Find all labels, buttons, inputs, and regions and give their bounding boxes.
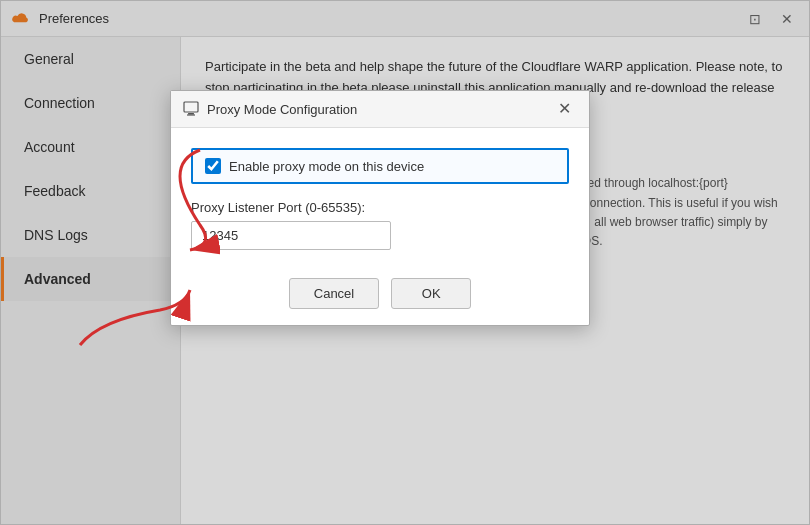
cancel-button[interactable]: Cancel	[289, 278, 379, 309]
svg-rect-0	[184, 102, 198, 112]
dialog-title-area: Proxy Mode Configuration	[183, 101, 357, 117]
dialog-body: Enable proxy mode on this device Proxy L…	[171, 128, 589, 266]
dialog-footer: Cancel OK	[171, 266, 589, 325]
svg-rect-1	[188, 113, 194, 115]
port-label: Proxy Listener Port (0-65535):	[191, 200, 569, 215]
enable-proxy-checkbox-row: Enable proxy mode on this device	[191, 148, 569, 184]
port-input[interactable]	[191, 221, 391, 250]
enable-proxy-label: Enable proxy mode on this device	[229, 159, 424, 174]
dialog-titlebar: Proxy Mode Configuration ✕	[171, 91, 589, 128]
port-field-group: Proxy Listener Port (0-65535):	[191, 200, 569, 250]
proxy-mode-dialog: Proxy Mode Configuration ✕ Enable proxy …	[170, 90, 590, 326]
monitor-icon	[183, 101, 199, 117]
dialog-close-button[interactable]: ✕	[552, 99, 577, 119]
enable-proxy-checkbox[interactable]	[205, 158, 221, 174]
ok-button[interactable]: OK	[391, 278, 471, 309]
